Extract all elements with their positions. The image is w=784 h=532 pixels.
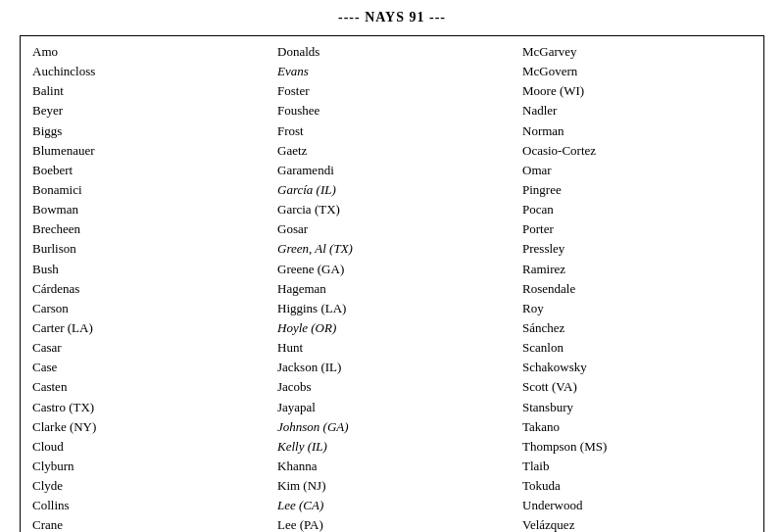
list-item: Greene (GA) xyxy=(277,260,507,279)
list-item: Roy xyxy=(522,299,752,318)
list-item: Hageman xyxy=(277,279,507,299)
list-item: Sánchez xyxy=(522,318,752,338)
list-item: Casar xyxy=(32,338,262,358)
list-item: McGarvey xyxy=(522,42,752,62)
list-item: Garamendi xyxy=(277,161,507,180)
vote-column-1: DonaldsEvansFosterFousheeFrostGaetzGaram… xyxy=(270,42,514,532)
vote-table: AmoAuchinclossBalintBeyerBiggsBlumenauer… xyxy=(20,35,764,532)
list-item: Foster xyxy=(277,81,507,101)
list-item: Pressley xyxy=(522,239,752,259)
list-item: Hunt xyxy=(277,338,507,358)
list-item: Evans xyxy=(277,62,507,81)
list-item: Beyer xyxy=(32,101,262,121)
vote-column-0: AmoAuchinclossBalintBeyerBiggsBlumenauer… xyxy=(24,42,270,532)
list-item: Scott (VA) xyxy=(522,377,752,397)
list-item: McGovern xyxy=(522,62,752,81)
list-item: Stansbury xyxy=(522,398,752,417)
page-container: ---- NAYS 91 --- AmoAuchinclossBalintBey… xyxy=(0,0,784,532)
list-item: Brecheen xyxy=(32,219,262,239)
list-item: Moore (WI) xyxy=(522,81,752,101)
list-item: Cloud xyxy=(32,437,262,457)
list-item: Green, Al (TX) xyxy=(277,239,507,259)
list-item: Casten xyxy=(32,377,262,397)
vote-columns: AmoAuchinclossBalintBeyerBiggsBlumenauer… xyxy=(21,36,763,532)
list-item: Jackson (IL) xyxy=(277,358,507,377)
list-item: Foushee xyxy=(277,101,507,121)
list-item: Ramirez xyxy=(522,260,752,279)
list-item: Crane xyxy=(32,515,262,532)
list-item: Balint xyxy=(32,81,262,101)
list-item: Cárdenas xyxy=(32,279,262,299)
list-item: Clyde xyxy=(32,476,262,496)
list-item: Underwood xyxy=(522,496,752,515)
list-item: Higgins (LA) xyxy=(277,299,507,318)
list-item: Bonamici xyxy=(32,180,262,200)
list-item: Kelly (IL) xyxy=(277,437,507,457)
list-item: Carson xyxy=(32,299,262,318)
list-item: Schakowsky xyxy=(522,358,752,377)
list-item: Tokuda xyxy=(522,476,752,496)
list-item: Collins xyxy=(32,496,262,515)
list-item: Takano xyxy=(522,417,752,437)
list-item: Lee (CA) xyxy=(277,496,507,515)
list-item: Rosendale xyxy=(522,279,752,299)
list-item: Ocasio-Cortez xyxy=(522,141,752,161)
list-item: Hoyle (OR) xyxy=(277,318,507,338)
list-item: Bowman xyxy=(32,200,262,219)
list-item: Amo xyxy=(32,42,262,62)
list-item: Clarke (NY) xyxy=(32,417,262,437)
list-item: Biggs xyxy=(32,121,262,141)
list-item: Frost xyxy=(277,121,507,141)
list-item: Scanlon xyxy=(522,338,752,358)
list-item: Blumenauer xyxy=(32,141,262,161)
vote-title: ---- NAYS 91 --- xyxy=(20,10,764,25)
list-item: Boebert xyxy=(32,161,262,180)
vote-column-2: McGarveyMcGovernMoore (WI)NadlerNormanOc… xyxy=(514,42,760,532)
list-item: Auchincloss xyxy=(32,62,262,81)
list-item: Norman xyxy=(522,121,752,141)
list-item: Castro (TX) xyxy=(32,398,262,417)
list-item: Gosar xyxy=(277,219,507,239)
list-item: Nadler xyxy=(522,101,752,121)
list-item: Pingree xyxy=(522,180,752,200)
list-item: Case xyxy=(32,358,262,377)
list-item: Clyburn xyxy=(32,457,262,476)
list-item: Jacobs xyxy=(277,377,507,397)
list-item: Omar xyxy=(522,161,752,180)
list-item: Pocan xyxy=(522,200,752,219)
list-item: Burlison xyxy=(32,239,262,259)
list-item: Donalds xyxy=(277,42,507,62)
list-item: García (IL) xyxy=(277,180,507,200)
list-item: Thompson (MS) xyxy=(522,437,752,457)
list-item: Kim (NJ) xyxy=(277,476,507,496)
list-item: Khanna xyxy=(277,457,507,476)
list-item: Tlaib xyxy=(522,457,752,476)
list-item: Porter xyxy=(522,219,752,239)
list-item: Jayapal xyxy=(277,398,507,417)
list-item: Carter (LA) xyxy=(32,318,262,338)
list-item: Johnson (GA) xyxy=(277,417,507,437)
list-item: Gaetz xyxy=(277,141,507,161)
list-item: Velázquez xyxy=(522,515,752,532)
list-item: Garcia (TX) xyxy=(277,200,507,219)
list-item: Bush xyxy=(32,260,262,279)
list-item: Lee (PA) xyxy=(277,515,507,532)
